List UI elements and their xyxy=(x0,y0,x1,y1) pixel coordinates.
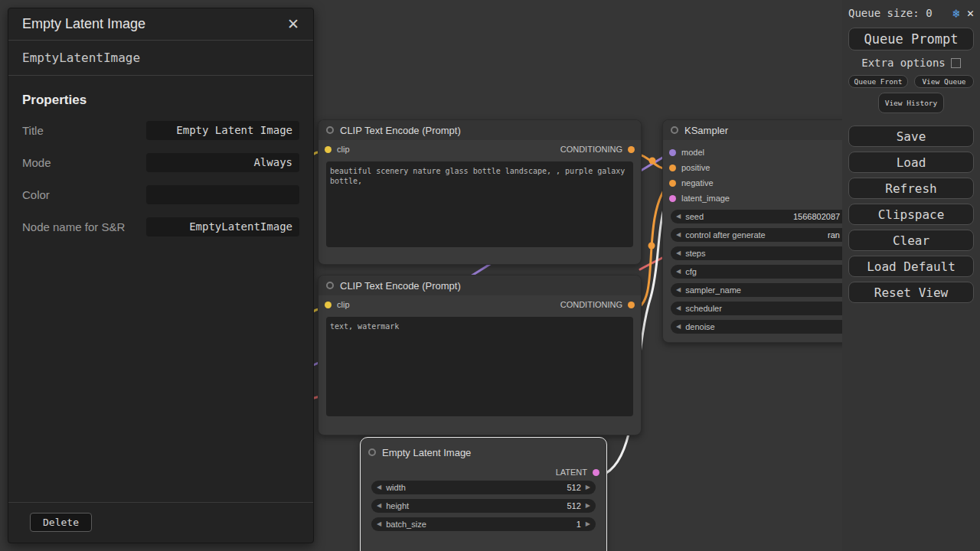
decrement-icon[interactable]: ◀ xyxy=(676,283,681,297)
widget-label: steps xyxy=(685,246,705,260)
node-name-field[interactable]: EmptyLatentImage xyxy=(146,217,299,236)
link-midpoint-dot xyxy=(649,158,656,165)
clip-port-icon[interactable] xyxy=(325,302,332,308)
conditioning-port-icon[interactable] xyxy=(628,146,635,153)
decrement-icon[interactable]: ◀ xyxy=(676,265,681,279)
settings-snowflake-icon[interactable]: ❄ xyxy=(952,6,960,21)
clip-port-icon[interactable] xyxy=(325,146,332,153)
reset-view-button[interactable]: Reset View xyxy=(848,282,974,303)
decrement-icon[interactable]: ◀ xyxy=(377,517,381,531)
mode-field[interactable]: Always xyxy=(146,153,299,172)
dialog-divider xyxy=(8,502,313,503)
queue-prompt-button[interactable]: Queue Prompt xyxy=(848,28,974,51)
conditioning-port-icon[interactable] xyxy=(669,180,676,187)
widget-label: width xyxy=(386,481,406,494)
input-port-label: clip xyxy=(337,300,350,309)
widget-label: batch_size xyxy=(386,517,426,531)
field-row-mode: Mode Always xyxy=(22,153,299,172)
node-empty-latent-image-selected[interactable]: Empty Latent Image LATENT ◀ width 512 ▶ … xyxy=(360,437,607,551)
widget-label: sampler_name xyxy=(685,283,741,297)
decrement-icon[interactable]: ◀ xyxy=(676,246,681,260)
collapse-dot-icon[interactable] xyxy=(326,126,334,134)
node-header[interactable]: CLIP Text Encode (Prompt) xyxy=(318,276,641,295)
input-port-label: latent_image xyxy=(681,194,730,203)
conditioning-port-icon[interactable] xyxy=(669,165,676,171)
conditioning-port-icon[interactable] xyxy=(628,302,635,308)
widget-label: cfg xyxy=(685,265,697,279)
title-field[interactable]: Empty Latent Image xyxy=(146,121,299,140)
output-port-label: LATENT xyxy=(556,468,587,477)
node-header[interactable]: Empty Latent Image xyxy=(361,442,606,462)
node-io-row: clip CONDITIONING xyxy=(318,140,641,158)
node-io-row: clip CONDITIONING xyxy=(318,295,641,314)
clear-button[interactable]: Clear xyxy=(848,230,974,251)
dialog-titlebar: Empty Latent Image ✕ xyxy=(8,8,313,41)
output-port-conditioning[interactable]: CONDITIONING xyxy=(560,300,635,309)
link-midpoint-dot xyxy=(648,243,655,249)
delete-button[interactable]: Delete xyxy=(30,513,92,532)
decrement-icon[interactable]: ◀ xyxy=(676,210,681,223)
field-label: Color xyxy=(22,187,146,203)
dialog-node-type: EmptyLatentImage xyxy=(8,41,313,76)
view-history-button[interactable]: View History xyxy=(878,93,944,113)
height-widget[interactable]: ◀ height 512 ▶ xyxy=(371,499,596,513)
latent-port-icon[interactable] xyxy=(593,469,599,476)
queue-size-label: Queue size: 0 xyxy=(848,7,952,19)
model-port-icon[interactable] xyxy=(669,149,676,156)
collapse-dot-icon[interactable] xyxy=(368,448,376,456)
close-icon[interactable]: ✕ xyxy=(967,6,974,20)
input-port-clip[interactable]: clip xyxy=(325,145,350,154)
queue-front-button[interactable]: Queue Front xyxy=(848,75,908,88)
increment-icon[interactable]: ▶ xyxy=(586,481,590,494)
output-port-label: CONDITIONING xyxy=(560,300,622,309)
increment-icon[interactable]: ▶ xyxy=(586,517,590,531)
output-port-latent[interactable]: LATENT xyxy=(361,464,606,481)
output-port-conditioning[interactable]: CONDITIONING xyxy=(560,145,635,154)
extra-options-row: Extra options xyxy=(848,57,974,69)
widget-label: scheduler xyxy=(685,302,722,315)
widget-value[interactable]: 1 xyxy=(577,517,581,531)
collapse-dot-icon[interactable] xyxy=(671,126,678,134)
save-button[interactable]: Save xyxy=(848,126,974,147)
widget-label: height xyxy=(386,499,409,513)
latent-port-icon[interactable] xyxy=(669,195,676,202)
node-clip-text-encode-negative[interactable]: CLIP Text Encode (Prompt) clip CONDITION… xyxy=(318,275,642,435)
decrement-icon[interactable]: ◀ xyxy=(676,228,681,242)
decrement-icon[interactable]: ◀ xyxy=(377,499,381,513)
widget-value[interactable]: 512 xyxy=(567,481,580,494)
wire-vae-fragment xyxy=(640,257,664,269)
prompt-text-widget[interactable]: text, watermark xyxy=(326,317,633,416)
properties-heading: Properties xyxy=(22,93,299,108)
field-label: Node name for S&R xyxy=(22,220,146,235)
color-field[interactable] xyxy=(146,185,299,204)
clipspace-button[interactable]: Clipspace xyxy=(848,204,974,225)
increment-icon[interactable]: ▶ xyxy=(586,499,590,513)
extra-options-checkbox[interactable] xyxy=(951,58,961,68)
view-queue-button[interactable]: View Queue xyxy=(914,75,974,88)
node-title: KSampler xyxy=(684,125,728,136)
widget-label: denoise xyxy=(685,320,715,334)
node-header[interactable]: CLIP Text Encode (Prompt) xyxy=(318,120,641,140)
widget-label: control after generate xyxy=(685,228,766,242)
input-port-label: clip xyxy=(337,145,350,154)
load-default-button[interactable]: Load Default xyxy=(848,256,974,277)
decrement-icon[interactable]: ◀ xyxy=(676,320,681,334)
widget-value[interactable]: 512 xyxy=(567,499,580,513)
width-widget[interactable]: ◀ width 512 ▶ xyxy=(371,481,596,494)
node-title: CLIP Text Encode (Prompt) xyxy=(340,125,461,136)
prompt-text-widget[interactable]: beautiful scenery nature glass bottle la… xyxy=(326,161,633,247)
decrement-icon[interactable]: ◀ xyxy=(377,481,381,494)
input-port-label: model xyxy=(681,148,704,157)
decrement-icon[interactable]: ◀ xyxy=(676,302,681,315)
close-icon[interactable]: ✕ xyxy=(287,15,299,33)
load-button[interactable]: Load xyxy=(848,152,974,173)
collapse-dot-icon[interactable] xyxy=(326,282,334,289)
widget-value[interactable]: ran xyxy=(828,228,840,242)
batch-size-widget[interactable]: ◀ batch_size 1 ▶ xyxy=(371,517,596,531)
widget-value[interactable]: 1566802087 xyxy=(793,210,840,223)
node-clip-text-encode-positive[interactable]: CLIP Text Encode (Prompt) clip CONDITION… xyxy=(318,119,642,265)
refresh-button[interactable]: Refresh xyxy=(848,178,974,199)
input-port-label: positive xyxy=(681,163,710,172)
input-port-label: negative xyxy=(681,178,714,187)
input-port-clip[interactable]: clip xyxy=(325,300,350,309)
